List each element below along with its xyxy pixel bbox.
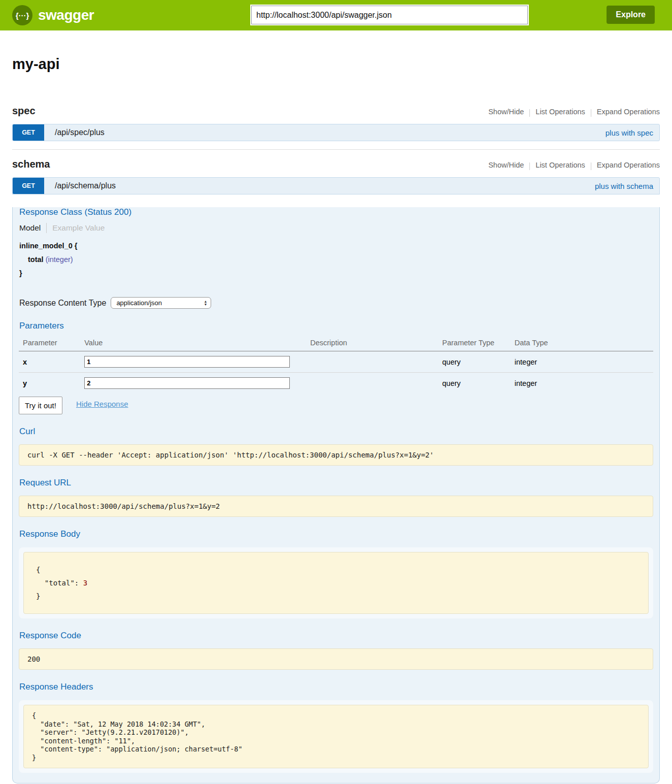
resource-schema-title[interactable]: schema [12, 158, 50, 170]
parameter-type: query [438, 351, 511, 373]
parameter-row-x: x query integer [19, 351, 653, 373]
response-class-heading: Response Class (Status 200) [19, 207, 653, 217]
list-operations-link[interactable]: List Operations [535, 161, 585, 169]
parameters-heading: Parameters [19, 321, 653, 331]
parameters-table: Parameter Value Description Parameter Ty… [19, 336, 653, 394]
expand-operations-link[interactable]: Expand Operations [597, 108, 660, 116]
expand-operations-link[interactable]: Expand Operations [597, 161, 660, 169]
column-header-data-type: Data Type [511, 336, 653, 351]
select-value: application/json [116, 299, 162, 307]
column-header-parameter-type: Parameter Type [438, 336, 511, 351]
tab-example-value[interactable]: Example Value [52, 223, 105, 233]
parameter-description [306, 373, 438, 394]
main-content: my-api spec Show/Hide List Operations Ex… [0, 56, 672, 783]
model-property: total (integer) [19, 253, 653, 267]
column-header-value: Value [80, 336, 306, 351]
show-hide-link[interactable]: Show/Hide [488, 161, 524, 169]
explore-button[interactable]: Explore [607, 6, 655, 24]
menu-separator [591, 109, 591, 117]
json-number-value: 3 [83, 579, 87, 587]
resource-spec: spec Show/Hide List Operations Expand Op… [12, 105, 660, 141]
response-content-type-label: Response Content Type [19, 299, 106, 308]
endpoint-summary[interactable]: plus with spec [606, 128, 653, 137]
page-title: my-api [12, 56, 660, 73]
resource-spec-title[interactable]: spec [12, 105, 36, 117]
request-url-heading: Request URL [19, 478, 653, 488]
response-code-heading: Response Code [19, 631, 653, 641]
parameter-name: x [19, 351, 80, 373]
request-url-value: http://localhost:3000/api/schema/plus?x=… [19, 496, 653, 517]
resource-spec-menu: Show/Hide List Operations Expand Operati… [488, 108, 660, 116]
get-method-badge[interactable]: GET [13, 178, 44, 194]
column-header-description: Description [306, 336, 438, 351]
column-header-parameter: Parameter [19, 336, 80, 351]
endpoint-path[interactable]: /api/schema/plus [55, 181, 116, 190]
response-content-type-select[interactable]: application/json ▲▼ [111, 297, 211, 309]
swagger-logo-icon: {···} [12, 5, 32, 25]
show-hide-link[interactable]: Show/Hide [488, 108, 524, 116]
curl-heading: Curl [19, 427, 653, 437]
top-bar: {···} swagger Explore [0, 0, 672, 30]
tab-model[interactable]: Model [19, 223, 41, 233]
response-code-value: 200 [19, 648, 653, 670]
parameter-x-value-input[interactable] [84, 356, 290, 368]
response-headers-json: { "date": "Sat, 12 May 2018 14:02:34 GMT… [23, 705, 649, 768]
parameter-name: y [19, 373, 80, 394]
model-property-type: (integer) [46, 255, 73, 264]
brand-title: swagger [38, 7, 94, 23]
model-signature: inline_model_0 { total (integer) } [19, 239, 653, 280]
try-it-out-button[interactable]: Try it out! [19, 397, 62, 414]
try-it-out-row: Try it out! Hide Response [19, 397, 653, 414]
json-text: } [36, 592, 40, 600]
resource-schema: schema Show/Hide List Operations Expand … [12, 158, 660, 783]
model-open-brace: inline_model_0 { [19, 239, 653, 253]
brand: {···} swagger [12, 5, 94, 25]
tab-separator [46, 223, 47, 233]
resource-schema-menu: Show/Hide List Operations Expand Operati… [488, 161, 660, 169]
list-operations-link[interactable]: List Operations [535, 108, 585, 116]
response-headers-heading: Response Headers [19, 682, 653, 692]
response-body-json: { "total": 3 } [23, 552, 649, 614]
resource-spec-header: spec Show/Hide List Operations Expand Op… [12, 105, 660, 117]
parameter-description [306, 351, 438, 373]
response-body-heading: Response Body [19, 529, 653, 539]
parameter-row-y: y query integer [19, 373, 653, 394]
response-headers-text: { "date": "Sat, 12 May 2018 14:02:34 GMT… [32, 711, 640, 762]
response-headers-panel: { "date": "Sat, 12 May 2018 14:02:34 GMT… [19, 700, 653, 773]
menu-separator [591, 162, 591, 170]
curl-command: curl -X GET --header 'Accept: applicatio… [19, 444, 653, 466]
menu-separator [529, 109, 530, 117]
section-divider [12, 149, 660, 150]
response-body-panel: { "total": 3 } [19, 547, 653, 618]
parameter-data-type: integer [511, 351, 653, 373]
endpoint-summary[interactable]: plus with schema [595, 182, 653, 190]
parameter-data-type: integer [511, 373, 653, 394]
hide-response-link[interactable]: Hide Response [76, 400, 128, 408]
parameter-type: query [438, 373, 511, 394]
parameters-table-header: Parameter Value Description Parameter Ty… [19, 336, 653, 351]
endpoint-row-spec-plus[interactable]: GET /api/spec/plus plus with spec [12, 124, 660, 141]
response-content-type-row: Response Content Type application/json ▲… [19, 297, 653, 309]
operation-panel: Response Class (Status 200) Model Exampl… [12, 207, 660, 783]
model-tabs: Model Example Value [19, 223, 653, 233]
model-property-name: total [28, 255, 44, 264]
endpoint-row-schema-plus[interactable]: GET /api/schema/plus plus with schema [12, 177, 660, 194]
select-arrows-icon: ▲▼ [204, 300, 207, 306]
resource-schema-header: schema Show/Hide List Operations Expand … [12, 158, 660, 170]
api-url-input[interactable] [251, 6, 528, 24]
model-close-brace: } [19, 267, 653, 280]
json-text: { "total": [36, 566, 83, 587]
endpoint-path[interactable]: /api/spec/plus [55, 128, 105, 137]
menu-separator [529, 162, 530, 170]
parameter-y-value-input[interactable] [84, 377, 290, 389]
get-method-badge[interactable]: GET [13, 124, 44, 141]
